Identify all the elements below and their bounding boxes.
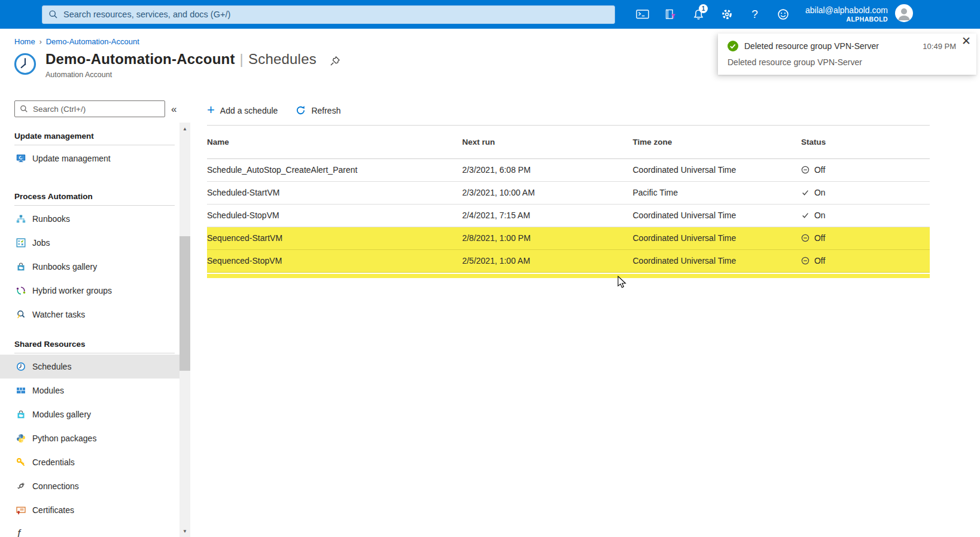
help-button[interactable]: ? — [741, 0, 769, 29]
automation-account-clock-icon — [13, 52, 37, 78]
schedule-next-run: 2/3/2021, 6:08 PM — [462, 158, 632, 181]
column-header-next-run[interactable]: Next run — [462, 126, 632, 158]
certificates-icon — [16, 505, 26, 515]
directory-filter-button[interactable] — [656, 0, 684, 29]
account-email: abilal@alphabold.com — [805, 5, 888, 16]
table-row[interactable]: Scheduled-StartVM 2/3/2021, 10:00 AM Pac… — [207, 181, 930, 204]
table-row-highlighted[interactable]: Sequenced-StartVM 2/8/2021, 1:00 PM Coor… — [207, 227, 930, 249]
smiley-icon — [777, 8, 789, 20]
help-icon: ? — [751, 8, 758, 21]
settings-button[interactable] — [713, 0, 741, 29]
schedule-next-run: 2/3/2021, 10:00 AM — [462, 181, 632, 204]
schedules-content: + Add a schedule Refresh Name Next run T… — [191, 96, 980, 537]
column-header-name[interactable]: Name — [207, 126, 462, 158]
sidebar-item-label: Python packages — [32, 434, 96, 443]
toast-timestamp: 10:49 PM — [923, 42, 956, 51]
sidebar-item-watcher-tasks[interactable]: Watcher tasks — [0, 303, 179, 327]
status-off-icon — [801, 166, 809, 174]
sidebar-item-connections[interactable]: Connections — [0, 474, 179, 498]
section-header-process-automation: Process Automation — [0, 192, 191, 201]
sidebar-item-python-packages[interactable]: Python packages — [0, 426, 179, 450]
close-icon[interactable]: ✕ — [961, 35, 971, 47]
schedule-name: Sequenced-StartVM — [207, 227, 462, 249]
search-icon — [20, 105, 28, 113]
schedule-name: Sequenced-StopVM — [207, 249, 462, 272]
refresh-button[interactable]: Refresh — [296, 105, 340, 115]
page-title-primary: Demo-Automation-Account — [45, 51, 235, 67]
sidebar-collapse-button[interactable]: « — [171, 104, 176, 114]
sidebar-item-label: Modules gallery — [32, 410, 91, 419]
sidebar-item-schedules[interactable]: Schedules — [0, 355, 179, 379]
global-search-input[interactable] — [63, 10, 608, 19]
sidebar-item-runbooks-gallery[interactable]: Runbooks gallery — [0, 255, 179, 279]
account-menu[interactable]: abilal@alphabold.com ALPHABOLD — [805, 5, 888, 24]
sidebar-item-label: Watcher tasks — [32, 310, 85, 319]
page-title: Demo-Automation-Account|Schedules — [45, 51, 316, 68]
modules-gallery-icon — [16, 410, 26, 419]
sidebar-item-label: Credentials — [32, 457, 75, 467]
schedule-next-run: 2/8/2021, 1:00 PM — [462, 227, 632, 249]
divider — [14, 205, 175, 206]
sidebar-item-runbooks[interactable]: Runbooks — [0, 207, 179, 231]
sidebar-item-label: Jobs — [32, 238, 50, 248]
breadcrumb-home-link[interactable]: Home — [14, 37, 35, 46]
azure-top-bar: 1 ? abilal@alphabold.com ALPHABOLD — [0, 0, 980, 29]
page-title-secondary: Schedules — [248, 51, 316, 67]
topbar-icons: 1 ? — [628, 0, 797, 29]
schedule-time-zone: Coordinated Universal Time — [633, 249, 801, 272]
schedule-time-zone: Coordinated Universal Time — [633, 227, 801, 249]
pin-button[interactable] — [330, 56, 340, 69]
table-row-highlighted[interactable]: Sequenced-StopVM 2/5/2021, 1:00 AM Coord… — [207, 249, 930, 272]
sidebar-search-box[interactable] — [14, 100, 165, 117]
gear-icon — [721, 8, 733, 20]
modules-icon — [16, 386, 26, 395]
scroll-up-arrow[interactable]: ▲ — [179, 124, 190, 133]
sidebar-item-modules[interactable]: Modules — [0, 379, 179, 402]
notification-badge: 1 — [699, 4, 708, 13]
cloud-shell-button[interactable] — [628, 0, 656, 29]
add-schedule-label: Add a schedule — [220, 106, 278, 115]
table-row[interactable]: Scheduled-StopVM 2/4/2021, 7:15 AM Coord… — [207, 204, 930, 227]
sidebar-item-certificates[interactable]: Certificates — [0, 498, 179, 522]
feedback-button[interactable] — [769, 0, 797, 29]
avatar-icon — [895, 4, 913, 22]
scrollbar-thumb[interactable] — [179, 236, 190, 371]
notification-toast: ✕ Deleted resource group VPN-Server 10:4… — [718, 33, 976, 75]
sidebar-item-modules-gallery[interactable]: Modules gallery — [0, 402, 179, 426]
partial-sidebar-item-icon: ƒ — [16, 527, 22, 537]
status-on-icon — [801, 188, 809, 197]
notifications-button[interactable]: 1 — [684, 0, 713, 29]
page-title-separator: | — [235, 51, 248, 67]
hybrid-worker-groups-icon — [16, 286, 26, 295]
table-header-row: Name Next run Time zone Status — [207, 126, 930, 158]
command-bar: + Add a schedule Refresh — [207, 96, 930, 126]
divider — [14, 145, 175, 145]
schedules-icon — [16, 362, 26, 371]
plus-icon: + — [207, 103, 215, 117]
sidebar-item-update-management[interactable]: Update management — [0, 147, 179, 170]
sidebar-scrollbar[interactable]: ▲ ▼ — [179, 123, 190, 537]
column-header-status[interactable]: Status — [801, 126, 930, 158]
breadcrumb-current-link[interactable]: Demo-Automation-Account — [46, 37, 139, 46]
add-schedule-button[interactable]: + Add a schedule — [207, 105, 278, 117]
sidebar-item-label: Update management — [32, 154, 111, 163]
sidebar-item-label: Connections — [32, 481, 79, 491]
sidebar-item-hybrid-worker-groups[interactable]: Hybrid worker groups — [0, 279, 179, 303]
avatar[interactable] — [895, 4, 913, 25]
schedule-name: Scheduled-StopVM — [207, 204, 462, 227]
status-off-icon — [801, 257, 809, 265]
sidebar-item-credentials[interactable]: Credentials — [0, 450, 179, 474]
refresh-label: Refresh — [311, 106, 340, 115]
sidebar-item-jobs[interactable]: Jobs — [0, 231, 179, 255]
scroll-down-arrow[interactable]: ▼ — [179, 526, 190, 536]
success-check-icon — [728, 41, 738, 51]
sidebar-search-input[interactable] — [33, 105, 160, 114]
table-row[interactable]: Schedule_AutoStop_CreateAlert_Parent 2/3… — [207, 158, 930, 181]
section-header-shared-resources: Shared Resources — [0, 340, 191, 349]
schedule-next-run: 2/4/2021, 7:15 AM — [462, 204, 632, 227]
column-header-time-zone[interactable]: Time zone — [633, 126, 801, 158]
global-search-box[interactable] — [42, 5, 615, 24]
breadcrumb-separator: › — [39, 38, 42, 46]
status-badge: Off — [801, 165, 930, 175]
jobs-icon — [16, 238, 26, 248]
